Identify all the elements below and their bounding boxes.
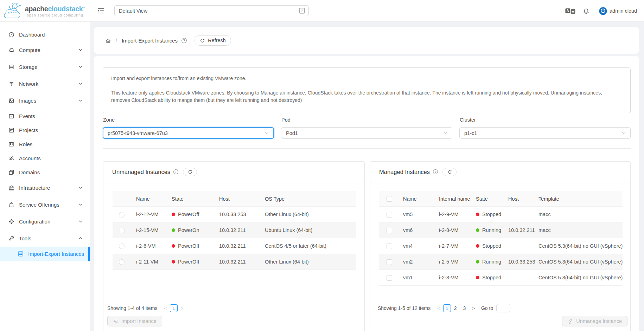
sidebar-item-import-export-instances[interactable]: Import-Export Instances xyxy=(0,247,90,261)
unmanaged-row[interactable]: i-2-6-VMPowerOff10.0.32.211CentOS 4/5 or… xyxy=(113,238,356,254)
row-checkbox[interactable] xyxy=(387,212,392,218)
cell: 10.0.32.211 xyxy=(219,243,265,249)
breadcrumb-separator: / xyxy=(116,38,117,43)
chevron-down-icon xyxy=(444,132,447,134)
managed-row[interactable]: vm4i-2-7-VMStoppedCentOS 5.3(64-bit) no … xyxy=(379,238,623,254)
column-header-os-type: OS Type xyxy=(265,196,356,202)
sidebar-item-configuration[interactable]: Configuration xyxy=(0,213,90,230)
disconnect-icon xyxy=(568,319,573,324)
info-icon[interactable] xyxy=(173,169,179,175)
sidebar-item-label: Infrastructure xyxy=(19,185,50,191)
unmanaged-refresh-button[interactable] xyxy=(183,168,197,176)
sidebar-item-infrastructure[interactable]: Infrastructure xyxy=(0,179,90,196)
chevron-down-icon xyxy=(79,83,82,85)
pagination-page-3[interactable]: 3 xyxy=(463,305,466,311)
sidebar-item-dashboard[interactable]: Dashboard xyxy=(0,27,90,41)
sidebar-item-label: Domains xyxy=(19,169,40,175)
cell: vm5 xyxy=(403,212,439,217)
user-avatar[interactable] xyxy=(599,7,607,15)
sidebar-item-service-offerings[interactable]: Service Offerings xyxy=(0,196,90,213)
cell: CentOS 5.3(64-bit) no GUI (vSphere) xyxy=(538,259,623,265)
row-checkbox[interactable] xyxy=(387,275,392,281)
refresh-button[interactable]: Refresh xyxy=(195,35,231,46)
cell: vm6 xyxy=(403,227,439,233)
pagination-page-1-active[interactable]: 1 xyxy=(170,304,178,312)
sidebar-item-tools[interactable]: Tools xyxy=(0,230,90,247)
home-icon[interactable] xyxy=(105,38,111,44)
cell: i-2-11-VM xyxy=(136,259,172,265)
cell: 10.0.32.211 xyxy=(219,227,265,233)
cell: Stopped xyxy=(476,275,508,280)
page-title: Import-Export Instances xyxy=(122,38,178,44)
row-checkbox[interactable] xyxy=(387,228,392,233)
cell: Other Linux (64-bit) xyxy=(265,212,356,217)
pagination-prev[interactable]: < xyxy=(164,306,167,311)
unmanaged-pagination-summary: Showing 1-4 of 4 items xyxy=(107,305,157,311)
sidebar-item-network[interactable]: Network xyxy=(0,75,90,92)
sidebar-item-compute[interactable]: Compute xyxy=(0,41,90,58)
managed-row[interactable]: vm1i-2-3-VMStoppedCentOS 5.3(64-bit) no … xyxy=(379,270,623,286)
unmanage-instance-button[interactable]: Unmanage Instance xyxy=(562,316,627,326)
help-icon[interactable] xyxy=(181,38,187,44)
managed-refresh-button[interactable] xyxy=(442,168,457,176)
pagination-page-2[interactable]: 2 xyxy=(454,305,457,311)
chevron-down-icon xyxy=(79,203,82,206)
managed-row[interactable]: vm6i-2-8-VMRunning10.0.32.211macc xyxy=(379,222,623,238)
cell: Running xyxy=(476,227,508,233)
unmanaged-row[interactable]: i-2-11-VMPowerOff10.0.32.211Other Linux … xyxy=(113,254,356,270)
menu-fold-icon[interactable] xyxy=(97,8,104,14)
unmanaged-table-header: NameStateHostOS Type xyxy=(113,191,356,207)
schedule-icon xyxy=(8,113,14,119)
unmanaged-panel-title: Unmanaged Instances xyxy=(112,169,170,175)
sidebar-item-label: Import-Export Instances xyxy=(28,251,84,257)
sidebar-item-roles[interactable]: Roles xyxy=(0,137,90,151)
sidebar-item-storage[interactable]: Storage xyxy=(0,58,90,75)
sidebar-item-accounts[interactable]: Accounts xyxy=(0,151,90,165)
select-all-checkbox[interactable] xyxy=(387,196,392,202)
chevron-down-icon xyxy=(79,49,82,51)
row-radio[interactable] xyxy=(119,228,125,233)
import-instance-button[interactable]: Import Instance xyxy=(107,316,162,326)
managed-instances-panel: Managed Instances NameInternal nameState… xyxy=(370,161,631,331)
cell: vm4 xyxy=(403,243,439,249)
setting-icon xyxy=(8,219,14,225)
cell: Other Linux (64-bit) xyxy=(265,259,356,265)
goto-page-input[interactable] xyxy=(496,304,510,312)
sidebar-item-domains[interactable]: Domains xyxy=(0,165,90,179)
cluster-select[interactable]: p1-c1 xyxy=(459,127,631,139)
zone-select[interactable]: pr5075-t943-vmware-67u3 xyxy=(103,127,274,139)
sidebar-item-label: Accounts xyxy=(19,155,41,161)
sidebar-item-projects[interactable]: Projects xyxy=(0,123,90,137)
pagination-page-1-active[interactable]: 1 xyxy=(443,304,451,312)
sidebar-item-images[interactable]: Images xyxy=(0,92,90,109)
unmanaged-row[interactable]: i-2-15-VMPowerOn10.0.32.211Ubuntu Linux … xyxy=(113,222,356,238)
view-select[interactable]: Default View xyxy=(114,5,309,16)
row-radio[interactable] xyxy=(119,212,125,218)
sidebar-item-events[interactable]: Events xyxy=(0,109,90,123)
row-radio[interactable] xyxy=(119,259,125,265)
pagination-next[interactable]: > xyxy=(472,306,475,311)
pod-select[interactable]: Pod1 xyxy=(281,127,452,139)
chevron-down-icon xyxy=(79,66,82,68)
sidebar-item-label: Service Offerings xyxy=(19,202,59,208)
state-dot-off xyxy=(476,213,479,216)
cell: macc xyxy=(538,227,623,233)
row-checkbox[interactable] xyxy=(387,259,392,265)
cell: PowerOff xyxy=(172,212,219,217)
info-icon[interactable] xyxy=(433,169,438,175)
bell-icon[interactable] xyxy=(583,8,589,14)
row-checkbox[interactable] xyxy=(387,244,392,249)
username[interactable]: admin cloud xyxy=(610,8,637,14)
row-radio[interactable] xyxy=(119,244,125,249)
section-divider xyxy=(103,148,631,149)
pagination-next[interactable]: > xyxy=(181,306,184,311)
state-dot-on xyxy=(476,260,479,264)
import-icon xyxy=(113,319,118,324)
unmanaged-row[interactable]: i-2-12-VMPowerOff10.0.33.253Other Linux … xyxy=(113,207,356,222)
pagination-prev[interactable]: < xyxy=(437,306,440,311)
cell: i-2-8-VM xyxy=(439,227,476,233)
translation-icon[interactable]: A ★ xyxy=(565,8,575,14)
managed-row[interactable]: vm5i-2-9-VMStoppedmacc xyxy=(379,207,623,222)
cell: 10.0.32.211 xyxy=(508,227,538,233)
managed-row[interactable]: vm2i-2-5-VMRunning10.0.33.253CentOS 5.3(… xyxy=(379,254,623,270)
